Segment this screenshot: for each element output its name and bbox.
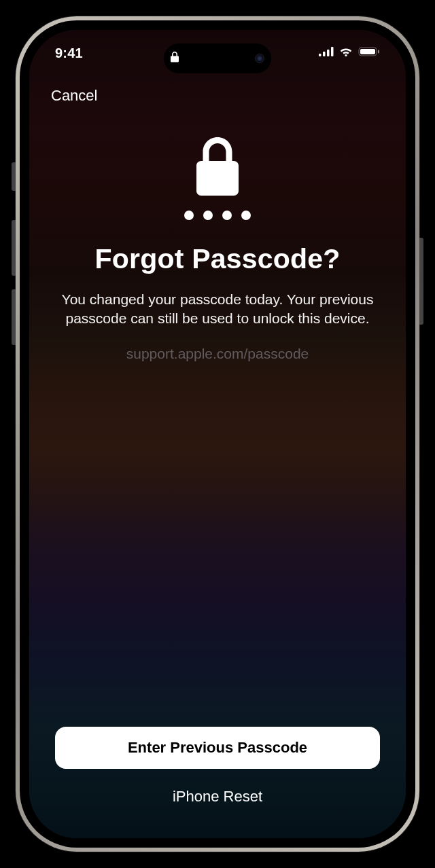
passcode-dot bbox=[203, 211, 213, 220]
iphone-reset-button[interactable]: iPhone Reset bbox=[173, 788, 262, 806]
svg-rect-7 bbox=[378, 50, 379, 54]
lock-illustration bbox=[184, 137, 251, 220]
svg-rect-3 bbox=[331, 47, 334, 56]
volume-down-button bbox=[12, 289, 16, 345]
lock-icon bbox=[171, 52, 179, 65]
content-area: Cancel bbox=[29, 69, 406, 838]
passcode-dot bbox=[241, 211, 251, 220]
svg-rect-6 bbox=[360, 49, 375, 54]
action-buttons: Enter Previous Passcode iPhone Reset bbox=[51, 727, 384, 806]
dynamic-island bbox=[164, 43, 271, 73]
passcode-dot bbox=[184, 211, 194, 220]
front-camera bbox=[255, 54, 264, 63]
device-frame: 9:41 bbox=[16, 16, 419, 852]
passcode-dot bbox=[222, 211, 232, 220]
enter-previous-passcode-button[interactable]: Enter Previous Passcode bbox=[55, 727, 380, 769]
volume-up-button bbox=[12, 220, 16, 276]
main-content: Forgot Passcode? You changed your passco… bbox=[51, 137, 384, 362]
status-time: 9:41 bbox=[55, 46, 83, 61]
passcode-dots bbox=[184, 211, 251, 220]
svg-rect-1 bbox=[323, 52, 326, 56]
svg-rect-2 bbox=[327, 50, 330, 56]
side-button bbox=[419, 238, 423, 325]
large-lock-icon bbox=[196, 137, 239, 198]
screen: 9:41 bbox=[29, 30, 406, 838]
svg-point-4 bbox=[345, 54, 347, 56]
cancel-button[interactable]: Cancel bbox=[51, 87, 97, 105]
page-subtitle: You changed your passcode today. Your pr… bbox=[61, 290, 374, 328]
page-title: Forgot Passcode? bbox=[95, 243, 341, 275]
cellular-icon bbox=[319, 47, 334, 59]
navigation-bar: Cancel bbox=[51, 69, 384, 105]
battery-icon bbox=[358, 47, 380, 59]
device-bezel: 9:41 bbox=[20, 20, 415, 848]
svg-rect-0 bbox=[319, 54, 321, 56]
spacer bbox=[51, 362, 384, 727]
wifi-icon bbox=[339, 47, 353, 59]
status-indicators bbox=[319, 47, 380, 59]
silence-switch bbox=[12, 162, 16, 191]
support-link: support.apple.com/passcode bbox=[126, 346, 309, 362]
